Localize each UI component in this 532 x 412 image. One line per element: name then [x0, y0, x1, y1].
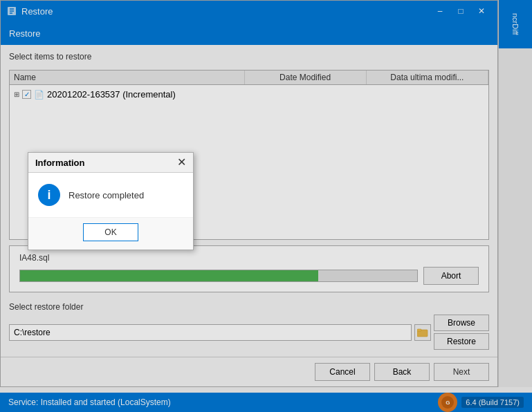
modal-ok-button[interactable]: OK: [83, 223, 138, 241]
modal-overlay: Information ✕ i Restore completed OK: [0, 0, 532, 412]
modal-footer: OK: [28, 217, 193, 250]
modal-close-button[interactable]: ✕: [177, 157, 186, 168]
modal-title: Information: [35, 158, 85, 168]
info-icon: i: [38, 184, 60, 206]
information-modal: Information ✕ i Restore completed OK: [28, 152, 194, 250]
modal-message: Restore completed: [68, 190, 144, 200]
modal-title-bar: Information ✕: [28, 153, 193, 173]
modal-body: i Restore completed: [28, 173, 193, 217]
